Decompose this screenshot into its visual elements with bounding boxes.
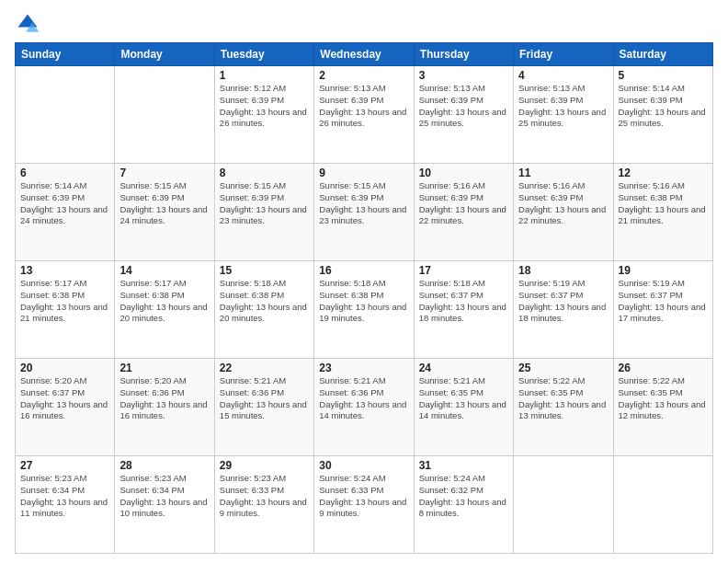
- day-info: Sunrise: 5:15 AM Sunset: 6:39 PM Dayligh…: [319, 180, 408, 227]
- day-cell: 6Sunrise: 5:14 AM Sunset: 6:39 PM Daylig…: [16, 164, 115, 261]
- weekday-header-saturday: Saturday: [613, 43, 712, 66]
- day-info: Sunrise: 5:15 AM Sunset: 6:39 PM Dayligh…: [119, 180, 209, 227]
- day-number: 18: [518, 264, 608, 277]
- weekday-header-wednesday: Wednesday: [314, 43, 414, 66]
- day-number: 17: [419, 264, 508, 277]
- day-number: 3: [419, 69, 508, 82]
- day-cell: 20Sunrise: 5:20 AM Sunset: 6:37 PM Dayli…: [16, 359, 115, 456]
- week-row-5: 27Sunrise: 5:23 AM Sunset: 6:34 PM Dayli…: [16, 456, 713, 554]
- day-number: 27: [20, 459, 109, 472]
- day-number: 4: [518, 69, 608, 82]
- day-cell: 10Sunrise: 5:16 AM Sunset: 6:39 PM Dayli…: [414, 164, 513, 261]
- day-number: 8: [220, 167, 309, 179]
- day-cell: 27Sunrise: 5:23 AM Sunset: 6:34 PM Dayli…: [16, 456, 115, 554]
- day-info: Sunrise: 5:13 AM Sunset: 6:39 PM Dayligh…: [319, 83, 408, 130]
- day-cell: 22Sunrise: 5:21 AM Sunset: 6:36 PM Dayli…: [214, 359, 313, 456]
- day-info: Sunrise: 5:12 AM Sunset: 6:39 PM Dayligh…: [220, 83, 309, 130]
- day-info: Sunrise: 5:18 AM Sunset: 6:38 PM Dayligh…: [319, 278, 408, 325]
- day-number: 12: [619, 167, 708, 179]
- day-cell: 25Sunrise: 5:22 AM Sunset: 6:35 PM Dayli…: [514, 359, 613, 456]
- day-cell: 2Sunrise: 5:13 AM Sunset: 6:39 PM Daylig…: [314, 66, 414, 164]
- day-info: Sunrise: 5:22 AM Sunset: 6:35 PM Dayligh…: [619, 375, 708, 422]
- day-number: 29: [220, 459, 309, 472]
- logo: [15, 11, 44, 37]
- day-number: 15: [220, 264, 309, 277]
- day-cell: 7Sunrise: 5:15 AM Sunset: 6:39 PM Daylig…: [115, 164, 214, 261]
- day-cell: 5Sunrise: 5:14 AM Sunset: 6:39 PM Daylig…: [613, 66, 712, 164]
- day-info: Sunrise: 5:23 AM Sunset: 6:33 PM Dayligh…: [220, 473, 309, 520]
- day-number: 21: [119, 362, 209, 374]
- day-cell: 29Sunrise: 5:23 AM Sunset: 6:33 PM Dayli…: [214, 456, 313, 554]
- day-cell: 8Sunrise: 5:15 AM Sunset: 6:39 PM Daylig…: [214, 164, 313, 261]
- day-number: 20: [20, 362, 109, 374]
- day-info: Sunrise: 5:24 AM Sunset: 6:32 PM Dayligh…: [419, 473, 508, 520]
- week-row-4: 20Sunrise: 5:20 AM Sunset: 6:37 PM Dayli…: [16, 359, 713, 456]
- weekday-header-monday: Monday: [115, 43, 214, 66]
- day-info: Sunrise: 5:21 AM Sunset: 6:35 PM Dayligh…: [419, 375, 508, 422]
- header: [15, 11, 713, 37]
- day-cell: 23Sunrise: 5:21 AM Sunset: 6:36 PM Dayli…: [314, 359, 414, 456]
- day-cell: 19Sunrise: 5:19 AM Sunset: 6:37 PM Dayli…: [613, 261, 712, 359]
- day-info: Sunrise: 5:16 AM Sunset: 6:39 PM Dayligh…: [518, 180, 608, 227]
- day-cell: 30Sunrise: 5:24 AM Sunset: 6:33 PM Dayli…: [314, 456, 414, 554]
- day-number: 26: [619, 362, 708, 374]
- day-number: 5: [619, 69, 708, 82]
- page: SundayMondayTuesdayWednesdayThursdayFrid…: [0, 0, 728, 563]
- day-number: 14: [119, 264, 209, 277]
- day-cell: 21Sunrise: 5:20 AM Sunset: 6:36 PM Dayli…: [115, 359, 214, 456]
- weekday-row: SundayMondayTuesdayWednesdayThursdayFrid…: [16, 43, 713, 66]
- day-info: Sunrise: 5:18 AM Sunset: 6:38 PM Dayligh…: [220, 278, 309, 325]
- day-cell: 3Sunrise: 5:13 AM Sunset: 6:39 PM Daylig…: [414, 66, 513, 164]
- day-cell: 24Sunrise: 5:21 AM Sunset: 6:35 PM Dayli…: [414, 359, 513, 456]
- day-cell: [115, 66, 214, 164]
- day-info: Sunrise: 5:20 AM Sunset: 6:37 PM Dayligh…: [20, 375, 109, 422]
- day-info: Sunrise: 5:23 AM Sunset: 6:34 PM Dayligh…: [20, 473, 109, 520]
- day-info: Sunrise: 5:18 AM Sunset: 6:37 PM Dayligh…: [419, 278, 508, 325]
- day-cell: [613, 456, 712, 554]
- day-cell: 9Sunrise: 5:15 AM Sunset: 6:39 PM Daylig…: [314, 164, 414, 261]
- day-cell: 31Sunrise: 5:24 AM Sunset: 6:32 PM Dayli…: [414, 456, 513, 554]
- day-cell: 4Sunrise: 5:13 AM Sunset: 6:39 PM Daylig…: [514, 66, 613, 164]
- day-cell: 16Sunrise: 5:18 AM Sunset: 6:38 PM Dayli…: [314, 261, 414, 359]
- day-cell: 18Sunrise: 5:19 AM Sunset: 6:37 PM Dayli…: [514, 261, 613, 359]
- day-info: Sunrise: 5:16 AM Sunset: 6:39 PM Dayligh…: [419, 180, 508, 227]
- day-info: Sunrise: 5:24 AM Sunset: 6:33 PM Dayligh…: [319, 473, 408, 520]
- day-number: 16: [319, 264, 408, 277]
- day-info: Sunrise: 5:15 AM Sunset: 6:39 PM Dayligh…: [220, 180, 309, 227]
- weekday-header-friday: Friday: [514, 43, 613, 66]
- day-info: Sunrise: 5:22 AM Sunset: 6:35 PM Dayligh…: [518, 375, 608, 422]
- day-cell: 26Sunrise: 5:22 AM Sunset: 6:35 PM Dayli…: [613, 359, 712, 456]
- day-number: 2: [319, 69, 408, 82]
- day-cell: 1Sunrise: 5:12 AM Sunset: 6:39 PM Daylig…: [214, 66, 313, 164]
- day-info: Sunrise: 5:16 AM Sunset: 6:38 PM Dayligh…: [619, 180, 708, 227]
- day-cell: 14Sunrise: 5:17 AM Sunset: 6:38 PM Dayli…: [115, 261, 214, 359]
- day-number: 13: [20, 264, 109, 277]
- day-number: 28: [119, 459, 209, 472]
- day-info: Sunrise: 5:19 AM Sunset: 6:37 PM Dayligh…: [518, 278, 608, 325]
- calendar-body: 1Sunrise: 5:12 AM Sunset: 6:39 PM Daylig…: [16, 66, 713, 554]
- day-info: Sunrise: 5:14 AM Sunset: 6:39 PM Dayligh…: [619, 83, 708, 130]
- day-number: 6: [20, 167, 109, 179]
- day-number: 24: [419, 362, 508, 374]
- logo-icon: [15, 11, 40, 37]
- day-number: 30: [319, 459, 408, 472]
- day-cell: [514, 456, 613, 554]
- day-number: 7: [119, 167, 209, 179]
- day-number: 22: [220, 362, 309, 374]
- day-cell: [16, 66, 115, 164]
- day-number: 10: [419, 167, 508, 179]
- calendar-header: SundayMondayTuesdayWednesdayThursdayFrid…: [16, 43, 713, 66]
- day-info: Sunrise: 5:17 AM Sunset: 6:38 PM Dayligh…: [20, 278, 109, 325]
- day-number: 1: [220, 69, 309, 82]
- day-cell: 15Sunrise: 5:18 AM Sunset: 6:38 PM Dayli…: [214, 261, 313, 359]
- day-number: 25: [518, 362, 608, 374]
- weekday-header-sunday: Sunday: [16, 43, 115, 66]
- week-row-3: 13Sunrise: 5:17 AM Sunset: 6:38 PM Dayli…: [16, 261, 713, 359]
- calendar-table: SundayMondayTuesdayWednesdayThursdayFrid…: [15, 42, 713, 554]
- weekday-header-tuesday: Tuesday: [214, 43, 313, 66]
- day-info: Sunrise: 5:20 AM Sunset: 6:36 PM Dayligh…: [119, 375, 209, 422]
- week-row-2: 6Sunrise: 5:14 AM Sunset: 6:39 PM Daylig…: [16, 164, 713, 261]
- day-info: Sunrise: 5:13 AM Sunset: 6:39 PM Dayligh…: [419, 83, 508, 130]
- day-info: Sunrise: 5:21 AM Sunset: 6:36 PM Dayligh…: [319, 375, 408, 422]
- day-cell: 17Sunrise: 5:18 AM Sunset: 6:37 PM Dayli…: [414, 261, 513, 359]
